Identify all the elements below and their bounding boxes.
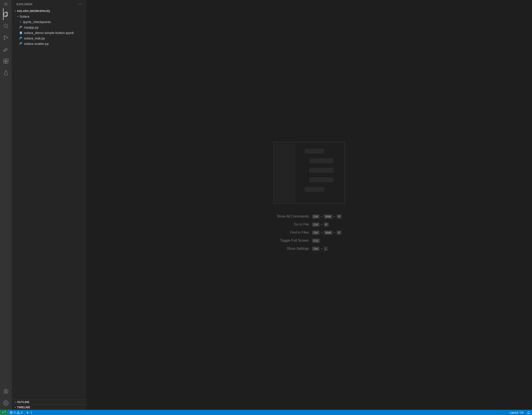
chevron-right-icon [13,406,17,409]
key-badge: , [324,247,328,251]
status-notifications[interactable] [525,410,532,415]
svg-point-37 [28,413,28,414]
file-tree: SOLARA (WORKSPACE) Solara .ipynb_checkpo… [12,8,86,399]
status-ports-count: 2 [30,411,32,414]
svg-rect-26 [275,143,295,202]
shortcut-keys: Ctrl+Shift+F [312,231,342,235]
key-badge: Ctrl [312,223,319,227]
status-layout-label: Layout: US [510,411,523,414]
file-item[interactable]: myapp.py [12,25,86,30]
shortcut-keys: F11 [312,239,342,243]
shortcut-label: Toggle Full Screen [277,239,309,243]
python-file-icon [19,26,23,29]
shortcut-label: Go to File [277,223,309,226]
svg-marker-8 [5,48,8,51]
vscode-watermark-icon [273,142,345,204]
outline-section[interactable]: OUTLINE [12,399,86,405]
outline-label: OUTLINE [17,400,29,404]
file-name: myapp.py [24,26,38,29]
svg-point-18 [20,26,20,26]
sidebar-header: EXPLORER ⋯ [12,0,86,8]
key-badge: Shift [324,231,332,235]
activity-bar [0,0,12,410]
status-warnings-count: 0 [21,411,22,414]
svg-rect-21 [20,33,22,33]
svg-point-17 [5,402,7,404]
shortcut-label: Show Settings [277,247,309,251]
svg-point-7 [7,37,8,38]
key-badge: Ctrl [312,247,319,251]
shortcut-label: Show All Commands [277,215,309,218]
shortcut-keys: Ctrl+Shift+P [312,215,342,219]
chevron-right-icon [13,401,17,404]
svg-rect-11 [4,61,6,63]
activity-extensions[interactable] [3,55,9,67]
remote-button[interactable] [0,410,8,415]
svg-rect-20 [20,32,22,32]
menu-button[interactable] [0,0,12,8]
key-badge: F11 [312,239,320,243]
svg-point-24 [20,42,20,43]
sidebar-more-icon[interactable]: ⋯ [78,2,82,6]
svg-line-4 [7,27,8,28]
key-badge: Shift [324,215,332,219]
svg-rect-27 [305,149,324,153]
folder-solara[interactable]: Solara [12,14,86,19]
file-item[interactable]: solara_demo-simple-button.ipynb [12,30,86,36]
svg-rect-31 [305,187,324,192]
chevron-down-icon [13,10,17,12]
key-badge: P [337,215,342,219]
python-file-icon [19,42,23,46]
workspace-label: SOLARA (WORKSPACE) [17,9,50,13]
editor-area: Show All CommandsCtrl+Shift+PGo to FileC… [86,0,532,410]
folder-name: .ipynb_checkpoints [22,20,51,24]
timeline-label: TIMELINE [17,406,30,409]
status-bar: 0 0 2 Layout: US [0,410,532,415]
file-name: solara_trail.py [24,36,45,40]
activity-settings[interactable] [3,397,9,409]
svg-point-5 [4,36,5,37]
sidebar: EXPLORER ⋯ SOLARA (WORKSPACE) Solara .ip… [12,0,86,410]
key-badge: Ctrl [312,215,319,219]
file-name: solara-scatter.py [24,42,49,46]
status-errors-count: 0 [14,411,15,414]
svg-rect-13 [6,59,8,61]
file-name: solara_demo-simple-button.ipynb [24,31,74,35]
timeline-section[interactable]: TIMELINE [12,405,86,410]
sidebar-title: EXPLORER [17,3,32,6]
svg-point-16 [5,390,7,392]
key-badge: Ctrl [312,231,319,235]
svg-rect-22 [20,33,21,34]
status-layout[interactable]: Layout: US [508,410,525,415]
activity-explorer[interactable] [3,8,9,20]
shortcut-keys: Ctrl+, [312,247,342,251]
notebook-file-icon [19,31,23,35]
svg-rect-10 [4,59,6,61]
activity-run-debug[interactable] [3,44,9,55]
activity-testing[interactable] [3,67,9,79]
svg-point-23 [20,37,20,37]
chevron-right-icon [19,21,22,23]
activity-source-control[interactable] [3,32,9,44]
activity-accounts[interactable] [3,385,9,397]
folder-item[interactable]: .ipynb_checkpoints [12,19,86,25]
status-problems[interactable]: 0 0 [8,410,24,415]
key-badge: P [324,223,329,227]
file-item[interactable]: solara-scatter.py [12,41,86,46]
svg-point-6 [4,38,5,40]
svg-rect-30 [309,178,333,182]
svg-rect-12 [6,61,8,63]
workspace-root[interactable]: SOLARA (WORKSPACE) [12,8,86,14]
svg-rect-29 [309,168,333,173]
python-file-icon [19,37,23,40]
file-item[interactable]: solara_trail.py [12,36,86,41]
svg-point-3 [4,24,7,27]
folder-label: Solara [19,15,29,19]
chevron-down-icon [16,15,19,18]
activity-search[interactable] [3,20,9,32]
shortcuts-list: Show All CommandsCtrl+Shift+PGo to FileC… [277,215,342,251]
shortcut-label: Find in Files [277,231,309,235]
svg-rect-28 [309,158,333,163]
status-ports[interactable]: 2 [24,410,34,415]
shortcut-keys: Ctrl+P [312,223,342,227]
